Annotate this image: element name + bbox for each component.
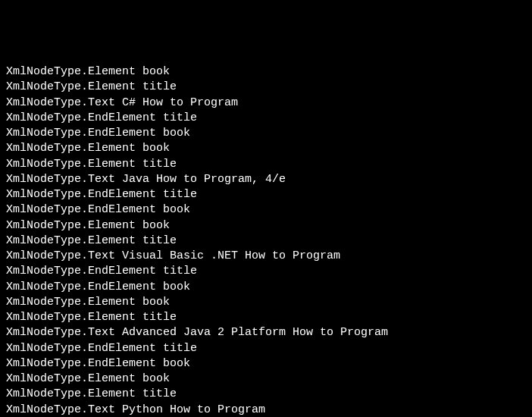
console-line: XmlNodeType.EndElement book (6, 126, 526, 141)
console-line: XmlNodeType.Element title (6, 157, 526, 172)
console-line: XmlNodeType.Text Visual Basic .NET How t… (6, 249, 526, 264)
console-line: XmlNodeType.EndElement title (6, 341, 526, 356)
console-line: XmlNodeType.Text Python How to Program (6, 403, 526, 418)
console-line: XmlNodeType.EndElement book (6, 280, 526, 295)
console-line: XmlNodeType.Text Advanced Java 2 Platfor… (6, 325, 526, 340)
console-line: XmlNodeType.Text C# How to Program (6, 96, 526, 111)
console-line: XmlNodeType.EndElement title (6, 187, 526, 202)
console-line: XmlNodeType.EndElement book (6, 202, 526, 218)
console-line: XmlNodeType.Element title (6, 80, 526, 95)
console-line: XmlNodeType.Element title (6, 310, 526, 325)
console-line: XmlNodeType.Text Java How to Program, 4/… (6, 172, 526, 187)
console-line: XmlNodeType.Element book (6, 295, 526, 310)
console-output: XmlNodeType.Element bookXmlNodeType.Elem… (6, 64, 526, 417)
console-line: XmlNodeType.Element book (6, 64, 526, 80)
console-line: XmlNodeType.Element title (6, 234, 526, 249)
console-line: XmlNodeType.Element book (6, 218, 526, 234)
console-line: XmlNodeType.Element book (6, 372, 526, 387)
console-line: XmlNodeType.EndElement title (6, 264, 526, 279)
console-line: XmlNodeType.EndElement title (6, 111, 526, 126)
console-line: XmlNodeType.Element title (6, 387, 526, 402)
console-line: XmlNodeType.Element book (6, 141, 526, 156)
console-line: XmlNodeType.EndElement book (6, 356, 526, 372)
